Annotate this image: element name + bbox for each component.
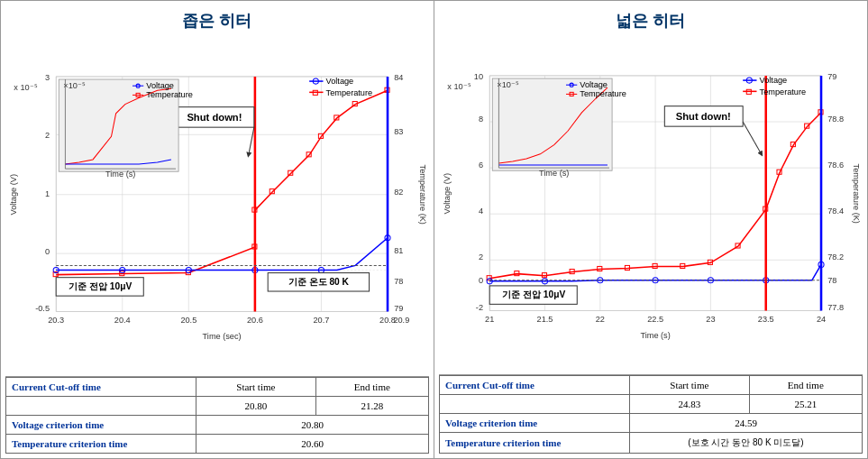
svg-text:6: 6 [479,161,483,170]
svg-text:x 10⁻⁵: x 10⁻⁵ [447,82,471,91]
svg-text:Voltage (V): Voltage (V) [9,174,18,215]
svg-text:2: 2 [45,131,50,140]
left-panel: 좁은 히터 [1,1,434,458]
svg-text:84: 84 [394,73,403,82]
svg-text:79: 79 [827,72,836,81]
right-table-voltage-val: 24.59 [630,414,863,433]
svg-text:22: 22 [596,315,605,324]
svg-text:81: 81 [394,246,403,255]
right-title: 넓은 히터 [439,5,863,39]
right-table-label-cutoff: Current Cut-off time [440,376,630,395]
svg-text:20.5: 20.5 [180,316,196,325]
svg-text:78: 78 [394,277,403,286]
left-table-label-cutoff: Current Cut-off time [6,378,196,397]
svg-text:78.6: 78.6 [827,161,844,170]
right-table-header-start: Start time [630,376,750,395]
svg-text:0: 0 [479,276,483,285]
svg-text:Voltage (V): Voltage (V) [443,173,452,214]
svg-text:×10⁻⁵: ×10⁻⁵ [497,80,519,89]
svg-text:78.4: 78.4 [827,207,844,216]
left-table-start-val: 20.80 [196,397,316,416]
svg-text:기준 전압 10μV: 기준 전압 10μV [69,281,132,291]
svg-text:79: 79 [394,305,403,314]
svg-text:4: 4 [479,207,483,216]
svg-text:10: 10 [474,72,483,81]
svg-text:3: 3 [45,73,50,82]
right-table-voltage-label: Voltage criterion time [440,414,630,433]
svg-text:Temperature: Temperature [760,87,807,96]
svg-text:Temperature (K): Temperature (K) [852,164,861,224]
left-table-end-val: 21.28 [315,397,428,416]
svg-text:20.4: 20.4 [114,316,131,325]
svg-text:Time (s): Time (s) [539,169,569,178]
svg-text:Temperature (K): Temperature (K) [418,165,427,225]
svg-text:8: 8 [479,115,483,124]
svg-text:20.6: 20.6 [247,316,263,325]
left-chart: 20.3 20.4 20.5 20.6 20.7 20.8 20.9 Time … [5,39,429,372]
svg-text:21.5: 21.5 [537,315,553,324]
svg-text:Voltage: Voltage [760,76,788,85]
svg-text:1: 1 [45,189,50,198]
right-table-start-val: 24.83 [630,395,750,414]
svg-text:78.2: 78.2 [827,252,844,262]
svg-text:77.8: 77.8 [827,304,844,313]
svg-text:23.5: 23.5 [758,315,774,324]
svg-text:Shut down!: Shut down! [187,112,242,123]
svg-text:x 10⁻⁵: x 10⁻⁵ [14,83,37,92]
left-table-header-start: Start time [196,378,316,397]
right-panel: 넓은 히터 [434,1,867,458]
svg-text:22.5: 22.5 [647,315,663,324]
svg-text:20.7: 20.7 [314,316,330,325]
right-table-cutoff-empty [440,395,630,414]
svg-text:기준 전압 10μV: 기준 전압 10μV [502,289,565,299]
svg-text:2: 2 [479,252,483,262]
svg-text:20.9: 20.9 [393,316,409,325]
svg-text:24: 24 [817,315,826,324]
right-chart: 21 21.5 22 22.5 23 23.5 24 Time (s) 10 8… [439,39,863,371]
right-table-end-val: 25.21 [749,395,862,414]
svg-text:78: 78 [827,276,836,285]
right-table-temp-val: (보호 시간 동안 80 K 미도달) [630,433,863,454]
svg-text:기준 온도 80 K: 기준 온도 80 K [288,277,350,287]
svg-text:-0.5: -0.5 [35,305,50,314]
right-table-header-end: End time [749,376,862,395]
left-table-voltage-val: 20.80 [196,416,429,435]
left-table-temp-label: Temperature criterion time [6,435,196,454]
left-table-voltage-label: Voltage criterion time [6,416,196,435]
right-table-temp-label: Temperature criterion time [440,433,630,454]
svg-text:0: 0 [45,247,50,256]
left-table-header-end: End time [315,378,428,397]
svg-text:Temperature: Temperature [326,88,373,97]
svg-text:78.8: 78.8 [827,115,844,124]
svg-text:Temperature: Temperature [146,90,193,99]
right-table: Current Cut-off time Start time End time… [439,374,863,454]
svg-text:Time (s): Time (s) [640,331,670,340]
svg-text:Shut down!: Shut down! [676,111,731,122]
svg-text:23: 23 [706,315,715,324]
svg-text:82: 82 [394,188,403,197]
svg-text:Time (s): Time (s) [105,170,135,179]
left-table: Current Cut-off time Start time End time… [5,376,429,454]
svg-text:20.3: 20.3 [48,316,64,325]
svg-text:Voltage: Voltage [146,81,174,90]
left-table-temp-val: 20.60 [196,435,429,454]
svg-text:Temperature: Temperature [580,89,626,98]
svg-text:Voltage: Voltage [326,77,354,86]
left-table-cutoff-empty [6,397,196,416]
svg-text:-2: -2 [476,304,483,313]
svg-text:Time (sec): Time (sec) [203,332,242,341]
left-title: 좁은 히터 [5,5,429,39]
svg-text:Voltage: Voltage [580,80,608,89]
svg-text:21: 21 [485,315,494,324]
svg-text:83: 83 [394,127,403,136]
svg-text:×10⁻⁵: ×10⁻⁵ [63,81,86,90]
main-container: 좁은 히터 [0,0,868,459]
